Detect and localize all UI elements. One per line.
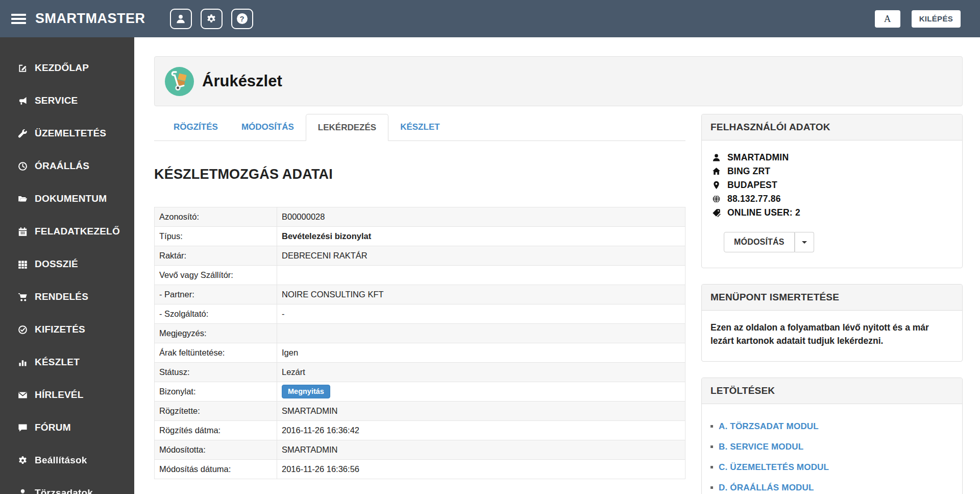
download-link-service[interactable]: B. SERVICE MODUL <box>719 442 803 452</box>
sidebar-item-oraallas[interactable]: ÓRAÁLLÁS <box>0 150 134 182</box>
table-row: - Szolgáltató: - <box>155 304 685 324</box>
row-label: Raktár: <box>155 246 277 266</box>
comment-icon <box>17 423 29 433</box>
row-label: - Szolgáltató: <box>155 304 277 324</box>
sidebar-item-dosszie[interactable]: DOSSZIÉ <box>0 248 134 280</box>
sidebar-item-kezdolap[interactable]: KEZDŐLAP <box>0 52 134 84</box>
page-title: Árukészlet <box>202 72 282 90</box>
row-label: Módosította: <box>155 440 277 460</box>
sidebar-item-label: FELADATKEZELŐ <box>35 226 120 237</box>
panel-title: MENÜPONT ISMERTETÉSE <box>702 285 962 311</box>
sidebar: KEZDŐLAP SERVICE ÜZEMELTETÉS ÓRAÁLLÁS DO… <box>0 37 134 494</box>
modify-dropdown-button[interactable] <box>795 232 814 252</box>
gear-icon <box>17 456 29 465</box>
row-value: SMARTADMIN <box>277 402 685 421</box>
sidebar-item-dokumentum[interactable]: DOKUMENTUM <box>0 182 134 215</box>
table-row: Bizonylat: Megnyitás <box>155 382 685 402</box>
sidebar-item-label: KIFIZETÉS <box>35 324 85 335</box>
row-label: Azonosító: <box>155 207 277 227</box>
sidebar-item-label: ÜZEMELTETÉS <box>35 128 106 139</box>
table-row: Raktár: DEBRECENI RAKTÁR <box>155 246 685 266</box>
user-icon <box>710 153 722 162</box>
sidebar-item-beallitasok[interactable]: Beállítások <box>0 444 134 477</box>
help-button[interactable]: ? <box>231 9 253 29</box>
row-label: - Partner: <box>155 285 277 304</box>
row-value: DEBRECENI RAKTÁR <box>277 246 685 266</box>
sidebar-item-forum[interactable]: FÓRUM <box>0 411 134 444</box>
row-label: Vevő vagy Szállítór: <box>155 266 277 285</box>
globe-icon <box>710 195 722 203</box>
envelope-icon <box>17 390 29 400</box>
sidebar-item-keszlet[interactable]: KÉSZLET <box>0 346 134 379</box>
row-value: Lezárt <box>277 363 685 382</box>
sidebar-item-hirlevel[interactable]: HÍRLEVÉL <box>0 379 134 411</box>
downloads-panel: LETÖLTÉSEK A. TÖRZSADAT MODUL B. SERVICE… <box>701 378 963 494</box>
tab-keszlet[interactable]: KÉSZLET <box>388 114 451 141</box>
tags-icon <box>710 208 722 217</box>
topbar-icon-buttons: ? <box>170 9 253 29</box>
sidebar-item-feladatkezelo[interactable]: FELADATKEZELŐ <box>0 215 134 248</box>
topbar-right: A KILÉPÉS <box>875 10 961 28</box>
table-row: Vevő vagy Szállítór: <box>155 266 685 285</box>
row-label: Megjegyzés: <box>155 324 277 343</box>
download-link-uzemeltetes[interactable]: C. ÜZEMELTETÉS MODUL <box>719 462 829 473</box>
font-size-button[interactable]: A <box>875 10 900 28</box>
table-row: Típus: Bevételezési bizonylat <box>155 227 685 246</box>
row-label: Bizonylat: <box>155 382 277 402</box>
row-value: Bevételezési bizonylat <box>277 227 685 246</box>
list-item: C. ÜZEMELTETÉS MODUL <box>710 462 953 473</box>
pencil-square-icon <box>17 63 29 73</box>
left-column: RÖGZÍTÉS MÓDOSÍTÁS LEKÉRDEZÉS KÉSZLET KÉ… <box>154 114 685 494</box>
chevron-down-icon <box>802 241 807 244</box>
modify-button[interactable]: MÓDOSÍTÁS <box>724 232 795 252</box>
sidebar-item-label: FÓRUM <box>35 422 71 433</box>
table-row: Módosítás dátuma: 2016-11-26 16:36:56 <box>155 460 685 479</box>
calendar-icon <box>17 227 29 237</box>
user-line: SMARTADMIN <box>710 151 953 164</box>
table-row: - Partner: NOIRE CONSULTING KFT <box>155 285 685 304</box>
panel-title: FELHASZNÁLÓI ADATOK <box>702 114 962 140</box>
sidebar-item-label: DOSSZIÉ <box>35 258 78 270</box>
tab-rogzites[interactable]: RÖGZÍTÉS <box>162 114 230 141</box>
map-marker-icon <box>710 181 722 190</box>
hamburger-menu-icon[interactable] <box>11 12 26 26</box>
main-content: Árukészlet RÖGZÍTÉS MÓDOSÍTÁS LEKÉRDEZÉS… <box>134 37 980 494</box>
right-column: FELHASZNÁLÓI ADATOK SMARTADMIN BING ZRT … <box>701 114 963 494</box>
sidebar-item-kifizetes[interactable]: KIFIZETÉS <box>0 313 134 346</box>
list-item: A. TÖRZSADAT MODUL <box>710 421 953 432</box>
sidebar-item-uzemeltetes[interactable]: ÜZEMELTETÉS <box>0 117 134 150</box>
user-icon <box>176 14 186 24</box>
user-icon <box>17 488 29 494</box>
tab-modositas[interactable]: MÓDOSÍTÁS <box>230 114 306 141</box>
download-link-oraallas[interactable]: D. ÓRAÁLLÁS MODUL <box>719 483 814 493</box>
stock-movement-table: Azonosító: B00000028 Típus: Bevételezési… <box>154 207 685 479</box>
row-label: Árak feltüntetése: <box>155 343 277 363</box>
download-link-torzsadat[interactable]: A. TÖRZSADAT MODUL <box>719 421 819 432</box>
sidebar-item-label: DOKUMENTUM <box>35 193 107 204</box>
row-value: Igen <box>277 343 685 363</box>
row-label: Státusz: <box>155 363 277 382</box>
open-document-button[interactable]: Megnyitás <box>282 385 330 398</box>
bar-chart-icon <box>17 358 29 367</box>
bullet-icon <box>710 425 713 428</box>
profile-button[interactable] <box>170 9 192 29</box>
row-value <box>277 324 685 343</box>
sidebar-item-label: RENDELÉS <box>35 291 88 302</box>
sidebar-item-label: SERVICE <box>35 95 78 106</box>
sidebar-item-service[interactable]: SERVICE <box>0 84 134 117</box>
menu-info-panel: MENÜPONT ISMERTETÉSE Ezen az oldalon a f… <box>701 284 963 362</box>
table-row: Módosította: SMARTADMIN <box>155 440 685 460</box>
sidebar-item-torzsadatok[interactable]: Törzsadatok <box>0 477 134 494</box>
sidebar-item-rendeles[interactable]: RENDELÉS <box>0 280 134 313</box>
bullhorn-icon <box>17 96 29 106</box>
sidebar-item-label: HÍRLEVÉL <box>35 389 84 401</box>
settings-button[interactable] <box>201 9 223 29</box>
row-value: NOIRE CONSULTING KFT <box>277 285 685 304</box>
list-item: D. ÓRAÁLLÁS MODUL <box>710 483 953 493</box>
logout-button[interactable]: KILÉPÉS <box>912 10 961 28</box>
table-row: Rögzítés dátma: 2016-11-26 16:36:42 <box>155 421 685 440</box>
sidebar-item-label: KEZDŐLAP <box>35 62 89 74</box>
folder-open-icon <box>17 194 29 204</box>
tab-lekerdezes[interactable]: LEKÉRDEZÉS <box>306 114 388 141</box>
table-row: Rögzítette: SMARTADMIN <box>155 402 685 421</box>
